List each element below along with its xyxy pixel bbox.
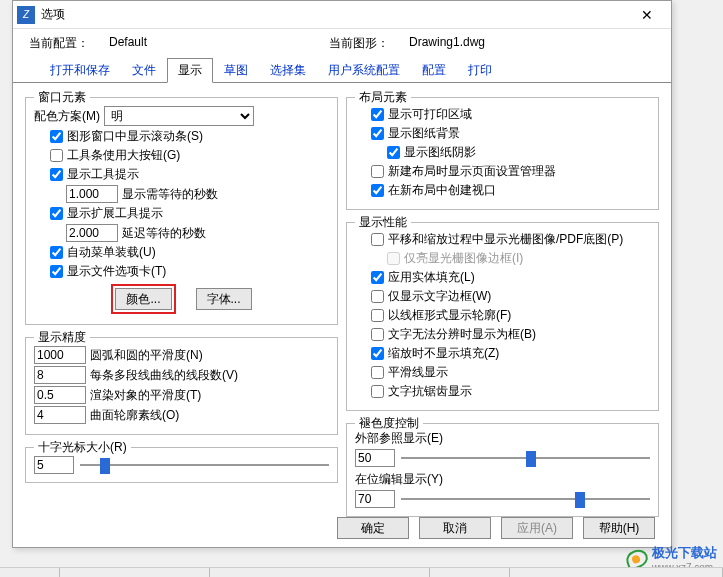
label-paper-shadow: 显示图纸阴影 [404,144,476,161]
input-surface-lines[interactable] [34,406,86,424]
label-render-smooth: 渲染对象的平滑度(T) [90,387,201,404]
color-scheme-label: 配色方案(M) [34,108,100,125]
label-arc-smooth: 圆弧和圆的平滑度(N) [90,347,203,364]
label-solid-fill: 应用实体填充(L) [388,269,475,286]
label-zoom-no-fill: 缩放时不显示填充(Z) [388,345,499,362]
group-fade-legend: 褪色度控制 [355,415,423,432]
apply-button[interactable]: 应用(A) [501,517,573,539]
color-scheme-select[interactable]: 明 [104,106,254,126]
highlight-box: 颜色... [111,284,175,314]
tab-print[interactable]: 打印 [457,58,503,83]
checkbox-smooth-line[interactable] [371,366,384,379]
checkbox-create-viewport[interactable] [371,184,384,197]
checkbox-pan-zoom-raster[interactable] [371,233,384,246]
label-smooth-line: 平滑线显示 [388,364,448,381]
input-xref-fade[interactable] [355,449,395,467]
current-config-label: 当前配置： [29,35,109,52]
label-wireframe: 以线框形式显示轮廓(F) [388,307,511,324]
label-create-viewport: 在新布局中创建视口 [388,182,496,199]
input-tooltip-delay[interactable] [66,185,118,203]
ok-button[interactable]: 确定 [337,517,409,539]
group-window-legend: 窗口元素 [34,89,90,106]
taskbar-strip [0,567,723,577]
group-layout-legend: 布局元素 [355,89,411,106]
watermark-title: 极光下载站 [652,544,717,562]
tab-draft[interactable]: 草图 [213,58,259,83]
label-raster-frame-only: 仅亮显光栅图像边框(I) [404,250,523,267]
checkbox-printable-area[interactable] [371,108,384,121]
tab-selection[interactable]: 选择集 [259,58,317,83]
label-large-buttons: 工具条使用大按钮(G) [67,147,180,164]
window-title: 选项 [41,6,627,23]
checkbox-zoom-no-fill[interactable] [371,347,384,360]
checkbox-solid-fill[interactable] [371,271,384,284]
slider-xref-fade[interactable] [401,449,650,467]
label-file-tabs: 显示文件选项卡(T) [67,263,166,280]
checkbox-text-antialias[interactable] [371,385,384,398]
checkbox-tooltips[interactable] [50,168,63,181]
app-icon: Z [17,6,35,24]
label-surface-lines: 曲面轮廓素线(O) [90,407,179,424]
slider-edit-fade[interactable] [401,490,650,508]
label-pan-zoom-raster: 平移和缩放过程中显示光栅图像/PDF底图(P) [388,231,623,248]
group-fade-control: 褪色度控制 外部参照显示(E) 在位编辑显示(Y) [346,423,659,517]
label-tooltip-delay: 显示需等待的秒数 [122,186,218,203]
fonts-button[interactable]: 字体... [196,288,252,310]
cancel-button[interactable]: 取消 [419,517,491,539]
group-crosshair-legend: 十字光标大小(R) [34,439,131,456]
group-display-precision: 显示精度 圆弧和圆的平滑度(N) 每条多段线曲线的线段数(V) 渲染对象的平滑度… [25,337,338,435]
checkbox-ext-tooltips[interactable] [50,207,63,220]
label-ext-tooltips: 显示扩展工具提示 [67,205,163,222]
label-ext-tooltip-delay: 延迟等待的秒数 [122,225,206,242]
label-tooltips: 显示工具提示 [67,166,139,183]
input-crosshair-size[interactable] [34,456,74,474]
group-layout-elements: 布局元素 显示可打印区域 显示图纸背景 显示图纸阴影 新建布局时显示页面设置管理… [346,97,659,210]
tab-user-config[interactable]: 用户系统配置 [317,58,411,83]
label-page-setup-mgr: 新建布局时显示页面设置管理器 [388,163,556,180]
label-paper-bg: 显示图纸背景 [388,125,460,142]
current-drawing-label: 当前图形： [329,35,409,52]
group-window-elements: 窗口元素 配色方案(M) 明 图形窗口中显示滚动条(S) 工具条使用大按钮(G)… [25,97,338,325]
checkbox-file-tabs[interactable] [50,265,63,278]
tab-display[interactable]: 显示 [167,58,213,83]
label-auto-menu: 自动菜单装载(U) [67,244,156,261]
checkbox-auto-menu[interactable] [50,246,63,259]
colors-button[interactable]: 颜色... [115,288,171,310]
checkbox-raster-frame-only [387,252,400,265]
label-edit-fade: 在位编辑显示(Y) [355,471,650,488]
help-button[interactable]: 帮助(H) [583,517,655,539]
group-perf-legend: 显示性能 [355,214,411,231]
label-polyline-segs: 每条多段线曲线的线段数(V) [90,367,238,384]
checkbox-wireframe[interactable] [371,309,384,322]
tab-open-save[interactable]: 打开和保存 [39,58,121,83]
input-ext-tooltip-delay[interactable] [66,224,118,242]
input-polyline-segs[interactable] [34,366,86,384]
close-button[interactable]: ✕ [627,2,667,28]
tab-file[interactable]: 文件 [121,58,167,83]
checkbox-text-frame[interactable] [371,290,384,303]
checkbox-page-setup-mgr[interactable] [371,165,384,178]
checkbox-large-buttons[interactable] [50,149,63,162]
checkbox-paper-shadow[interactable] [387,146,400,159]
group-crosshair: 十字光标大小(R) [25,447,338,483]
slider-crosshair[interactable] [80,456,329,474]
current-config-value: Default [109,35,329,52]
current-drawing-value: Drawing1.dwg [409,35,629,52]
checkbox-paper-bg[interactable] [371,127,384,140]
group-display-performance: 显示性能 平移和缩放过程中显示光栅图像/PDF底图(P) 仅亮显光栅图像边框(I… [346,222,659,411]
input-render-smooth[interactable] [34,386,86,404]
label-text-box: 文字无法分辨时显示为框(B) [388,326,536,343]
label-text-antialias: 文字抗锯齿显示 [388,383,472,400]
label-text-frame: 仅显示文字边框(W) [388,288,491,305]
input-edit-fade[interactable] [355,490,395,508]
tab-profile[interactable]: 配置 [411,58,457,83]
group-precision-legend: 显示精度 [34,329,90,346]
input-arc-smooth[interactable] [34,346,86,364]
checkbox-text-box[interactable] [371,328,384,341]
label-scrollbars: 图形窗口中显示滚动条(S) [67,128,203,145]
checkbox-scrollbars[interactable] [50,130,63,143]
label-xref-fade: 外部参照显示(E) [355,430,650,447]
label-printable-area: 显示可打印区域 [388,106,472,123]
